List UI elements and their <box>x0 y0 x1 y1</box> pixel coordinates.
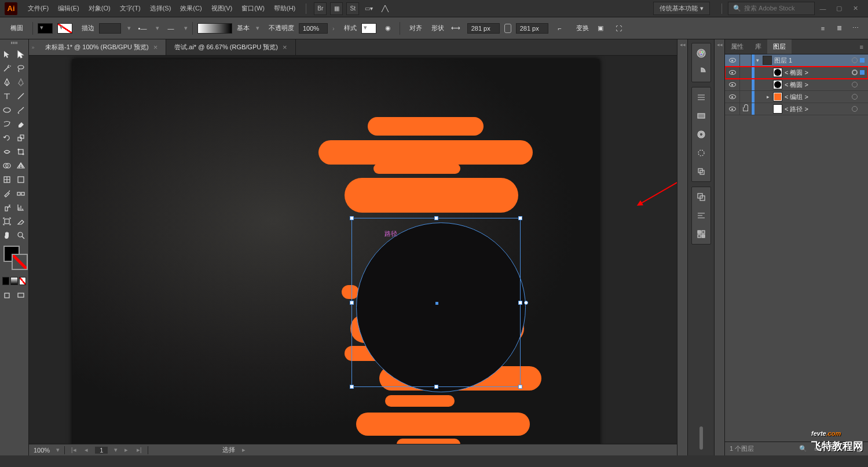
rotate-tool[interactable] <box>0 131 14 145</box>
panel-menu-icon[interactable]: ≡ <box>855 39 868 54</box>
type-tool[interactable] <box>0 89 14 103</box>
layer-row[interactable]: ▾ 图层 1 <box>725 54 868 67</box>
gpu-icon[interactable] <box>379 2 391 15</box>
panel-tab[interactable]: 图层 <box>767 39 792 54</box>
brush-def-swatch[interactable] <box>197 23 232 34</box>
target-icon[interactable] <box>852 82 858 87</box>
expand-layer-icon[interactable]: ▸ <box>765 94 771 100</box>
shape-btn-label[interactable]: 形状 <box>431 24 444 32</box>
fill-swatch[interactable] <box>38 23 53 34</box>
free-transform-tool[interactable] <box>14 145 28 159</box>
draw-mode-icon[interactable] <box>0 289 14 302</box>
transform-label[interactable]: 变换 <box>576 24 589 32</box>
selection-tool[interactable] <box>0 48 14 61</box>
prev-artboard-icon[interactable]: ◂ <box>82 446 90 454</box>
magic-wand-tool[interactable] <box>0 61 14 75</box>
menu-item[interactable]: 效果(C) <box>175 4 206 13</box>
lock-toggle[interactable] <box>740 79 752 90</box>
workspace-switcher[interactable]: 传统基本功能▾ <box>653 2 710 15</box>
gradient-tool[interactable] <box>14 173 28 187</box>
hand-tool[interactable] <box>0 228 14 242</box>
screen-mode-icon[interactable] <box>14 289 28 302</box>
minimize-icon[interactable]: — <box>816 3 830 14</box>
zoom-tool[interactable] <box>14 228 28 242</box>
link-wh-icon[interactable] <box>504 24 511 33</box>
slice-tool[interactable] <box>14 214 28 228</box>
height-input[interactable] <box>516 23 548 34</box>
lock-toggle[interactable] <box>740 103 752 115</box>
layer-name[interactable]: < 路径 > <box>785 105 852 114</box>
first-artboard-icon[interactable]: |◂ <box>69 446 78 454</box>
menu-item[interactable]: 编辑(E) <box>53 4 84 13</box>
expand-layer-icon[interactable]: ▾ <box>755 57 760 63</box>
target-icon[interactable] <box>852 70 858 75</box>
visibility-toggle[interactable] <box>725 67 740 78</box>
visibility-toggle[interactable] <box>725 79 740 90</box>
document-tab[interactable]: 尝试.ai* @ 66.67% (RGB/GPU 预览)× <box>166 39 295 55</box>
document-tab[interactable]: 未标题-1* @ 100% (RGB/GPU 预览)× <box>37 39 166 55</box>
close-tab-icon[interactable]: × <box>283 43 287 52</box>
target-icon[interactable] <box>852 94 858 100</box>
expand-docs-icon[interactable]: » <box>29 39 37 55</box>
menu-item[interactable]: 帮助(H) <box>269 4 300 13</box>
layer-row[interactable]: ▸ < 编组 > <box>725 91 868 103</box>
collapse-panels-icon[interactable]: ◂◂ <box>677 39 687 455</box>
panel-tab[interactable]: 属性 <box>725 39 749 54</box>
menu-item[interactable]: 窗口(W) <box>237 4 269 13</box>
lock-toggle[interactable] <box>740 91 752 103</box>
visibility-toggle[interactable] <box>725 91 740 103</box>
bridge-icon[interactable]: Br <box>314 2 327 15</box>
none-mode-icon[interactable] <box>19 277 26 285</box>
perspective-tool[interactable] <box>14 159 28 173</box>
panel-tab[interactable]: 库 <box>749 39 767 54</box>
locate-object-icon[interactable]: 🔍 <box>799 444 808 454</box>
visibility-toggle[interactable] <box>725 103 740 115</box>
stroke-swatch[interactable] <box>57 23 72 34</box>
view-grid-icon[interactable]: ▦ <box>330 2 343 15</box>
selection-indicator[interactable] <box>860 107 865 111</box>
menu-item[interactable]: 视图(V) <box>207 4 237 13</box>
lock-toggle[interactable] <box>740 67 752 78</box>
symbol-sprayer-tool[interactable] <box>0 200 14 214</box>
stroke-color-box[interactable] <box>12 254 28 270</box>
graphic-style-swatch[interactable] <box>361 23 376 34</box>
selection-indicator[interactable] <box>860 94 865 99</box>
lock-toggle[interactable] <box>740 54 752 66</box>
layer-name[interactable]: < 椭圆 > <box>785 68 852 77</box>
last-artboard-icon[interactable]: ▸| <box>135 446 143 454</box>
crop-icon[interactable]: ⛶ <box>612 22 626 35</box>
transform-panel-icon[interactable] <box>694 165 708 178</box>
gradient-mode-icon[interactable] <box>10 277 17 285</box>
stroke-caps-icon[interactable]: •— <box>135 22 149 35</box>
stroke-panel-icon[interactable] <box>694 91 708 104</box>
appearance-panel-icon[interactable] <box>694 147 708 159</box>
mesh-tool[interactable] <box>0 173 14 187</box>
selection-indicator[interactable] <box>860 70 865 75</box>
layer-row[interactable]: < 椭圆 > <box>725 67 868 79</box>
layer-name[interactable]: 图层 1 <box>774 56 852 65</box>
dock-scrollbar[interactable] <box>699 426 703 450</box>
align-panel-icon[interactable]: ≡ <box>816 22 830 35</box>
line-tool[interactable] <box>14 89 28 103</box>
recolor-icon[interactable]: ◉ <box>381 22 395 35</box>
maximize-icon[interactable]: ▢ <box>832 3 846 14</box>
visibility-toggle[interactable] <box>725 54 740 66</box>
layer-row[interactable]: < 椭圆 > <box>725 79 868 91</box>
canvas[interactable]: 路径 <box>29 56 677 444</box>
gradient-panel-icon[interactable] <box>694 110 708 122</box>
graph-tool[interactable] <box>14 200 28 214</box>
swatches-panel-icon[interactable] <box>694 228 708 240</box>
isolate-icon[interactable]: ▣ <box>594 22 607 35</box>
blend-tool[interactable] <box>14 187 28 200</box>
direct-selection-tool[interactable] <box>14 48 28 61</box>
opacity-input[interactable] <box>299 23 328 34</box>
stroke-weight-input[interactable] <box>99 23 121 34</box>
search-stock-input[interactable]: 🔍搜索 Adobe Stock <box>728 2 815 15</box>
shape-builder-tool[interactable] <box>0 159 14 173</box>
align-panel3-icon[interactable]: ⋯ <box>848 22 862 35</box>
lasso-tool[interactable] <box>14 61 28 75</box>
close-icon[interactable]: ✕ <box>848 3 862 14</box>
selection-indicator[interactable] <box>860 58 865 63</box>
menu-item[interactable]: 选择(S) <box>145 4 176 13</box>
layer-name[interactable]: < 椭圆 > <box>785 81 852 89</box>
